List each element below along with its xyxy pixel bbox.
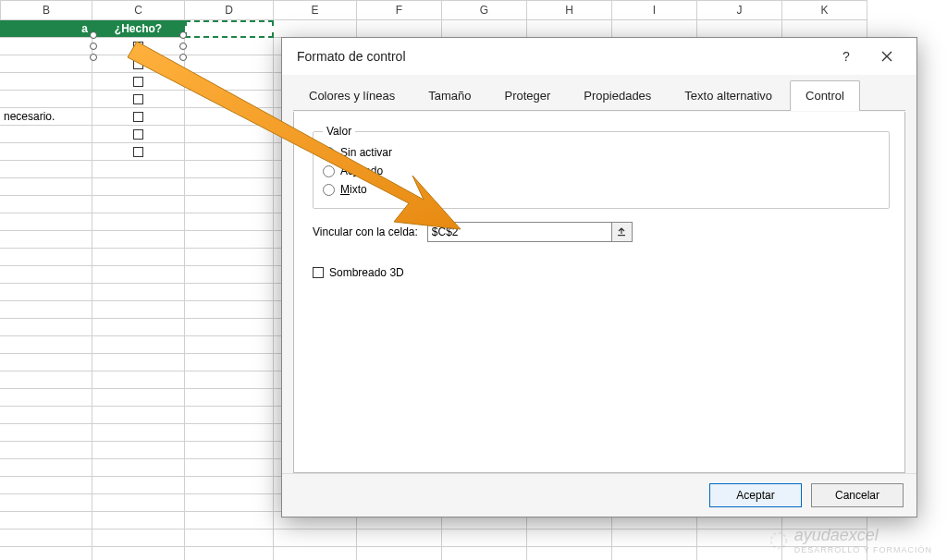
radio-sin-activar[interactable]: Sin activar (323, 143, 879, 162)
tab-control[interactable]: Control (790, 80, 860, 111)
col-header-h[interactable]: H (527, 0, 612, 20)
range-picker-button[interactable] (612, 222, 633, 242)
checkbox-form-control-selected[interactable] (96, 38, 180, 55)
col-header-k[interactable]: K (782, 0, 867, 20)
radio-input[interactable] (323, 184, 335, 196)
cancel-button[interactable]: Cancelar (811, 483, 904, 507)
tab-propiedades[interactable]: Propiedades (568, 80, 667, 111)
watermark-tagline: DESARROLLO Y FORMACIÓN (794, 545, 932, 554)
col-header-c[interactable]: C (92, 0, 185, 20)
checkbox-form-control[interactable] (96, 126, 180, 142)
col-header-f[interactable]: F (357, 0, 442, 20)
checkbox-form-control[interactable] (96, 143, 180, 160)
tab-pane-control: Valor Sin activar Activado Mixto Vincula… (293, 112, 905, 473)
selected-cell-c2[interactable] (185, 20, 274, 38)
radio-mixto[interactable]: Mixto (323, 180, 879, 199)
valor-legend: Valor (323, 125, 355, 138)
checkbox-form-control[interactable] (96, 108, 180, 125)
close-button[interactable] (867, 43, 907, 70)
tab-texto-alternativo[interactable]: Texto alternativo (669, 80, 788, 111)
col-header-b[interactable]: B (0, 0, 92, 20)
watermark-brand: ayudaexcel (794, 526, 879, 544)
valor-group: Valor Sin activar Activado Mixto (313, 125, 890, 209)
radio-activado[interactable]: Activado (323, 162, 879, 180)
table-row: a ¿Hecho? (0, 20, 947, 38)
dialog-tabs: Colores y líneas Tamaño Proteger Propied… (282, 75, 916, 111)
help-button[interactable]: ? (826, 43, 867, 70)
dialog-buttons: Aceptar Cancelar (282, 473, 916, 517)
cell-link-row: Vincular con la celda: (313, 222, 890, 242)
header-cell-a-fragment: a (0, 20, 92, 38)
column-headers: B C D E F G H I J K (0, 0, 947, 20)
watermark: ayudaexcel DESARROLLO Y FORMACIÓN (769, 526, 932, 554)
radio-input[interactable] (323, 147, 335, 159)
cell-text: necesario. (0, 108, 92, 126)
checkbox-form-control[interactable] (96, 55, 180, 72)
logo-icon (769, 530, 789, 551)
cell-link-input[interactable] (427, 222, 612, 242)
svg-rect-0 (618, 235, 625, 236)
radio-input[interactable] (323, 165, 335, 177)
ok-button[interactable]: Aceptar (709, 483, 802, 507)
col-header-g[interactable]: G (442, 0, 527, 20)
dialog-title: Formato de control (297, 49, 406, 64)
tab-colores-lineas[interactable]: Colores y líneas (293, 80, 411, 111)
checkbox-form-control[interactable] (96, 91, 180, 107)
svg-point-1 (771, 532, 787, 548)
dialog-titlebar[interactable]: Formato de control ? (282, 38, 916, 75)
cell-link-label: Vincular con la celda: (313, 225, 418, 238)
tab-proteger[interactable]: Proteger (488, 80, 566, 111)
col-header-e[interactable]: E (274, 0, 357, 20)
close-icon (881, 51, 892, 62)
format-control-dialog: Formato de control ? Colores y líneas Ta… (281, 37, 917, 517)
tab-tamano[interactable]: Tamaño (412, 80, 486, 111)
checkbox-form-control[interactable] (96, 73, 180, 90)
col-header-d[interactable]: D (185, 0, 274, 20)
col-header-i[interactable]: I (612, 0, 697, 20)
checkbox-icon (313, 267, 324, 278)
shade-3d-checkbox[interactable]: Sombreado 3D (313, 266, 890, 279)
collapse-dialog-icon (617, 227, 626, 237)
header-cell-hecho: ¿Hecho? (92, 20, 185, 38)
col-header-j[interactable]: J (697, 0, 782, 20)
